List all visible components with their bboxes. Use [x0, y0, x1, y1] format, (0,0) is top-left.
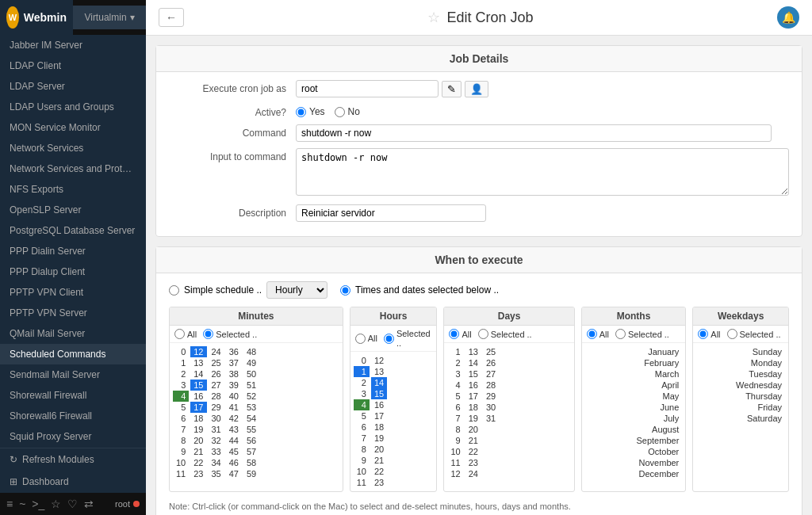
sidebar-item-ppp-dialup[interactable]: PPP Dialup Client [0, 261, 146, 282]
hr-12[interactable]: 12 [371, 355, 387, 366]
hr-5[interactable]: 5 [354, 410, 370, 422]
hr-7[interactable]: 7 [354, 433, 370, 444]
min-49[interactable]: 49 [243, 357, 259, 368]
minutes-selected-option[interactable]: Selected .. [203, 329, 257, 339]
hr-6[interactable]: 6 [354, 422, 370, 433]
min-59[interactable]: 59 [243, 468, 259, 479]
month-mar[interactable]: March [585, 368, 683, 380]
min-20[interactable]: 20 [190, 435, 206, 446]
min-13[interactable]: 13 [190, 357, 206, 368]
min-10[interactable]: 10 [173, 457, 189, 468]
hr-20[interactable]: 20 [371, 444, 387, 455]
days-all-option[interactable]: All [449, 329, 471, 339]
day-29[interactable]: 29 [483, 391, 499, 402]
min-55[interactable]: 55 [243, 424, 259, 435]
min-17[interactable]: 17 [190, 402, 206, 413]
sidebar-item-ldap-server[interactable]: LDAP Server [0, 76, 146, 97]
months-all-radio[interactable] [587, 329, 597, 339]
min-47[interactable]: 47 [226, 468, 242, 479]
virtualmin-tab[interactable]: Virtualmin ▾ [73, 6, 146, 29]
min-57[interactable]: 57 [243, 446, 259, 457]
hours-all-option[interactable]: All [355, 329, 377, 348]
star-footer-icon[interactable]: ☆ [51, 498, 61, 510]
day-27[interactable]: 27 [483, 368, 499, 380]
min-11[interactable]: 11 [173, 468, 189, 479]
hr-22[interactable]: 22 [371, 466, 387, 477]
sidebar-item-qmail[interactable]: QMail Mail Server [0, 323, 146, 344]
day-24[interactable]: 24 [465, 468, 481, 479]
menu-icon[interactable]: ≡ [6, 498, 13, 510]
min-5[interactable]: 5 [173, 402, 189, 413]
back-button[interactable]: ← [159, 8, 184, 27]
hr-3[interactable]: 3 [354, 388, 370, 399]
min-46[interactable]: 46 [226, 457, 242, 468]
day-21[interactable]: 21 [465, 435, 481, 446]
min-37[interactable]: 37 [226, 357, 242, 368]
min-4[interactable]: 4 [173, 391, 189, 402]
weekdays-selected-radio[interactable] [727, 329, 737, 339]
sidebar-item-sendmail[interactable]: Sendmail Mail Server [0, 364, 146, 385]
command-input[interactable] [296, 124, 772, 142]
execute-as-input[interactable] [296, 80, 439, 97]
min-39[interactable]: 39 [226, 380, 242, 391]
min-8[interactable]: 8 [173, 435, 189, 446]
weekdays-all-radio[interactable] [698, 329, 708, 339]
month-may[interactable]: May [585, 391, 683, 402]
min-14[interactable]: 14 [190, 368, 206, 380]
min-7[interactable]: 7 [173, 424, 189, 435]
day-6[interactable]: 6 [447, 402, 463, 413]
hr-13[interactable]: 13 [371, 366, 387, 377]
user-edit-btn[interactable]: ✎ [442, 81, 462, 97]
month-apr[interactable]: April [585, 380, 683, 391]
minutes-all-option[interactable]: All [174, 329, 197, 339]
minutes-list[interactable]: 0 1 2 3 4 5 6 7 8 9 10 1 [170, 343, 343, 483]
weekdays-all-option[interactable]: All [698, 329, 720, 339]
user-select-btn[interactable]: 👤 [465, 81, 488, 97]
days-selected-radio[interactable] [478, 329, 488, 339]
months-all-option[interactable]: All [587, 329, 609, 339]
min-12[interactable]: 12 [190, 346, 206, 357]
day-14[interactable]: 14 [465, 357, 481, 368]
min-29[interactable]: 29 [209, 402, 224, 413]
months-selected-option[interactable]: Selected .. [615, 329, 669, 339]
active-no-label[interactable]: No [335, 106, 360, 117]
month-jan[interactable]: January [585, 346, 683, 357]
notification-bell[interactable]: 🔔 [777, 6, 799, 29]
min-16[interactable]: 16 [190, 391, 206, 402]
day-20[interactable]: 20 [465, 424, 481, 435]
month-jun[interactable]: June [585, 402, 683, 413]
wd-sat[interactable]: Saturday [696, 413, 785, 424]
min-27[interactable]: 27 [209, 380, 224, 391]
wd-tue[interactable]: Tuesday [696, 368, 785, 380]
day-17[interactable]: 17 [465, 391, 481, 402]
day-5[interactable]: 5 [447, 391, 463, 402]
day-8[interactable]: 8 [447, 424, 463, 435]
times-dates-radio[interactable] [340, 285, 350, 296]
sidebar-item-scheduled-commands[interactable]: Scheduled Commands [0, 344, 146, 364]
weekdays-selected-option[interactable]: Selected .. [727, 329, 781, 339]
share-icon[interactable]: ⇄ [84, 498, 94, 510]
day-3[interactable]: 3 [447, 368, 463, 380]
min-51[interactable]: 51 [243, 380, 259, 391]
hr-21[interactable]: 21 [371, 455, 387, 466]
min-6[interactable]: 6 [173, 413, 189, 424]
min-48[interactable]: 48 [243, 346, 259, 357]
favorite-icon[interactable]: ☆ [427, 9, 440, 26]
day-1[interactable]: 1 [447, 346, 463, 357]
weekdays-list[interactable]: Sunday Monday Tuesday Wednesday Thursday… [693, 343, 788, 427]
minutes-all-radio[interactable] [174, 329, 185, 339]
day-11[interactable]: 11 [447, 457, 463, 468]
min-41[interactable]: 41 [226, 402, 242, 413]
day-7[interactable]: 7 [447, 413, 463, 424]
day-13[interactable]: 13 [465, 346, 481, 357]
sidebar-item-refresh-modules[interactable]: ↻ Refresh Modules [0, 448, 146, 471]
sidebar-item-network-protocols[interactable]: Network Services and Protocols [0, 158, 146, 179]
hr-15[interactable]: 15 [371, 388, 387, 399]
sidebar-item-mon[interactable]: MON Service Monitor [0, 117, 146, 138]
schedule-type-select[interactable]: Hourly Daily Weekly Monthly [266, 281, 327, 299]
tilde-icon[interactable]: ~ [19, 498, 25, 510]
min-33[interactable]: 33 [209, 446, 224, 457]
month-sep[interactable]: September [585, 435, 683, 446]
sidebar-item-pptp-vpn-server[interactable]: PPTP VPN Server [0, 303, 146, 323]
day-28[interactable]: 28 [483, 380, 499, 391]
